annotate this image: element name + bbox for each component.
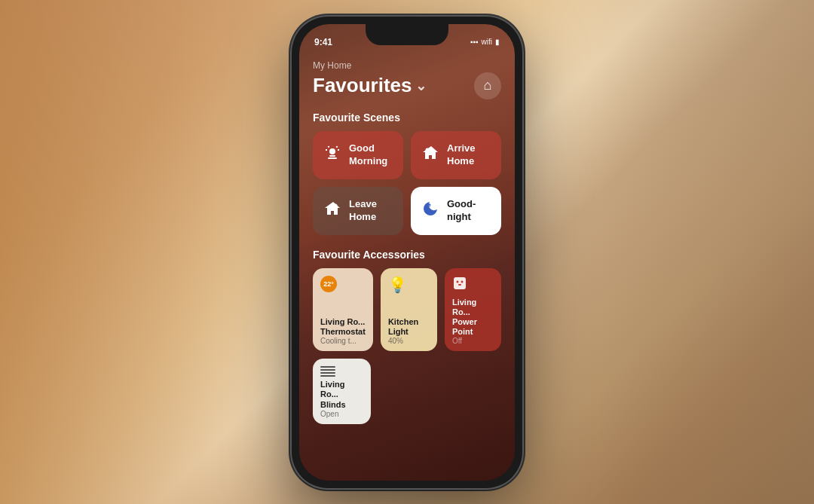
phone-frame: 9:41 ▪▪▪ wifi ▮ My Home Favourites ⌄ ⌂ [290, 15, 524, 490]
signal-icon: ▪▪▪ [470, 38, 479, 46]
notch [366, 24, 448, 45]
wifi-icon: wifi [482, 38, 492, 46]
home-button[interactable]: ⌂ [474, 72, 501, 99]
scenes-grid: Good Morning Arrive Home [313, 131, 501, 235]
goodnight-icon [421, 200, 439, 222]
svg-point-3 [426, 148, 430, 151]
blinds-status: Open [320, 410, 363, 418]
svg-rect-5 [454, 277, 466, 289]
svg-point-0 [329, 148, 335, 154]
good-morning-icon [323, 144, 341, 166]
svg-rect-2 [328, 157, 337, 159]
status-time: 9:41 [314, 37, 332, 47]
svg-point-7 [461, 280, 463, 283]
home-icon: ⌂ [484, 78, 492, 93]
svg-rect-8 [458, 284, 461, 286]
phone-screen: 9:41 ▪▪▪ wifi ▮ My Home Favourites ⌄ ⌂ [299, 24, 515, 481]
svg-rect-1 [329, 155, 335, 157]
status-icons: ▪▪▪ wifi ▮ [470, 38, 500, 46]
kitchen-light-status: 40% [388, 337, 430, 345]
arrive-home-icon [421, 144, 439, 166]
good-morning-label: Good Morning [349, 142, 393, 168]
chevron-down-icon[interactable]: ⌄ [415, 78, 427, 94]
accessories-section-title: Favourite Accessories [313, 249, 501, 261]
accessory-blinds[interactable]: Living Ro...Blinds Open [313, 359, 371, 424]
scenes-section-title: Favourite Scenes [313, 111, 501, 124]
leave-home-icon [323, 200, 341, 222]
svg-point-4 [334, 203, 338, 207]
scene-leave-home[interactable]: Leave Home [313, 187, 403, 235]
power-point-status: Off [452, 337, 494, 345]
accessory-kitchen-light[interactable]: 💡 KitchenLight 40% [381, 268, 437, 352]
home-label: My Home [313, 60, 501, 71]
light-bulb-icon: 💡 [388, 276, 430, 294]
scene-good-morning[interactable]: Good Morning [313, 131, 403, 179]
goodnight-label: Good-night [447, 198, 491, 224]
thermostat-status: Cooling t... [320, 337, 366, 345]
svg-point-6 [456, 280, 458, 283]
thermostat-name: Living Ro...Thermostat [320, 317, 366, 337]
favourites-title[interactable]: Favourites ⌄ [313, 74, 427, 97]
accessory-thermostat[interactable]: 22° Living Ro...Thermostat Cooling t... [313, 268, 373, 352]
accessories-row2: Living Ro...Blinds Open [313, 359, 501, 424]
leave-home-label: Leave Home [349, 198, 393, 224]
battery-icon: ▮ [495, 38, 500, 46]
power-point-name: Living Ro...Power Point [452, 298, 494, 338]
blinds-name: Living Ro...Blinds [320, 380, 363, 410]
favourites-header: Favourites ⌄ ⌂ [313, 72, 501, 99]
bg-overlay-left [0, 0, 286, 504]
bg-overlay-right [528, 0, 814, 504]
accessories-grid: 22° Living Ro...Thermostat Cooling t... … [313, 268, 501, 352]
arrive-home-label: Arrive Home [447, 142, 491, 168]
blinds-icon [320, 366, 335, 377]
accessory-power-point[interactable]: Living Ro...Power Point Off [445, 268, 501, 352]
scene-goodnight[interactable]: Good-night [411, 187, 501, 235]
scene-arrive-home[interactable]: Arrive Home [411, 131, 501, 179]
power-point-icon [452, 276, 494, 295]
temp-badge: 22° [320, 276, 337, 292]
favourites-label: Favourites [313, 74, 412, 97]
kitchen-light-name: KitchenLight [388, 317, 430, 337]
screen-content[interactable]: My Home Favourites ⌄ ⌂ Favourite Scenes [299, 57, 515, 481]
